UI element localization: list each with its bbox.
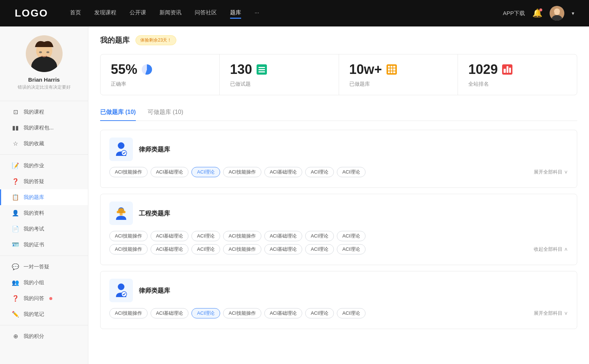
nav-question-bank[interactable]: 题库 (230, 8, 241, 19)
lawyer-icon-wrap (109, 138, 133, 161)
qa-icon: ❓ (12, 178, 19, 185)
bank-tag[interactable]: ACI理论 (305, 308, 334, 318)
sidebar-divider-top (0, 101, 88, 101)
sidebar-item-exam[interactable]: 📄 我的考试 (0, 221, 88, 237)
bank-tags-row-2b: ACI技能操作 ACI基础理论 ACI理论 ACI技能操作 ACI基础理论 AC… (109, 244, 568, 254)
bank-tag[interactable]: ACI技能操作 (223, 167, 261, 177)
question-bank-icon: 📋 (12, 194, 19, 201)
sidebar-item-my-data[interactable]: 👤 我的资料 (0, 205, 88, 221)
bank-tag[interactable]: ACI理论 (191, 244, 220, 254)
bank-tag[interactable]: ACI基础理论 (264, 231, 303, 241)
stat-questions-top: 130 (230, 62, 328, 77)
sidebar-item-points[interactable]: ⊕ 我的积分 (0, 328, 88, 344)
sidebar-item-group[interactable]: 👥 我的小组 (0, 275, 88, 290)
avatar[interactable] (550, 6, 564, 21)
collapse-button-2[interactable]: 收起全部科目 ∧ (534, 246, 568, 253)
navigation: LOGO 首页 发现课程 公开课 新闻资讯 问答社区 题库 ··· APP下载 … (0, 0, 589, 26)
data-icon: 👤 (12, 210, 19, 217)
bank-tags-row-3: ACI技能操作 ACI基础理论 ACI理论 ACI技能操作 ACI基础理论 AC… (109, 308, 568, 318)
bank-tag[interactable]: ACI技能操作 (223, 244, 261, 254)
layout: Brian Harris 错误的决定比没有决定要好 ⊡ 我的课程 ▮▮ 我的课程… (0, 26, 589, 364)
app-download-button[interactable]: APP下载 (503, 10, 525, 17)
bank-tag-selected[interactable]: ACI理论 (191, 167, 220, 177)
unread-dot (49, 297, 52, 300)
bank-tag[interactable]: ACI理论 (305, 231, 334, 241)
points-icon: ⊕ (12, 333, 19, 340)
bank-tag[interactable]: ACI理论 (337, 167, 366, 177)
grid-cell (393, 71, 395, 73)
bank-tag[interactable]: ACI技能操作 (223, 231, 261, 241)
user-menu-chevron[interactable]: ▾ (572, 10, 574, 16)
bank-tags-row-2a: ACI技能操作 ACI基础理论 ACI理论 ACI技能操作 ACI基础理论 AC… (109, 231, 568, 241)
bank-tag[interactable]: ACI理论 (337, 308, 366, 318)
tab-done[interactable]: 已做题库 (10) (100, 106, 136, 121)
stat-ranking-top: 1029 (468, 62, 567, 77)
bar-1 (504, 69, 505, 73)
sidebar-item-homework[interactable]: 📝 我的作业 (0, 158, 88, 174)
bank-tag[interactable]: ACI技能操作 (109, 167, 148, 177)
sidebar: Brian Harris 错误的决定比没有决定要好 ⊡ 我的课程 ▮▮ 我的课程… (0, 26, 88, 364)
svg-point-14 (118, 283, 124, 290)
sidebar-item-favorites[interactable]: ☆ 我的收藏 (0, 136, 88, 151)
bank-tag[interactable]: ACI理论 (305, 244, 334, 254)
group-icon: 👥 (12, 279, 19, 286)
accuracy-number: 55% (111, 62, 137, 77)
bank-tag[interactable]: ACI理论 (337, 231, 366, 241)
nav-qa[interactable]: 问答社区 (195, 8, 217, 19)
stat-banks-top: 10w+ (349, 62, 448, 77)
sidebar-item-certificate[interactable]: 🪪 我的证书 (0, 237, 88, 253)
nav-discover[interactable]: 发现课程 (94, 8, 116, 19)
sidebar-item-tutoring[interactable]: 💬 一对一答疑 (0, 259, 88, 275)
bank-tag-selected[interactable]: ACI理论 (191, 308, 220, 318)
exam-icon: 📄 (12, 225, 19, 232)
bank-tag[interactable]: ACI基础理论 (151, 167, 189, 177)
bank-header-3: 律师类题库 (109, 279, 568, 302)
bank-header-2: 工程类题库 (109, 201, 568, 225)
sidebar-divider-1 (0, 154, 88, 155)
bank-tag[interactable]: ACI基础理论 (151, 244, 189, 254)
bank-tag[interactable]: ACI基础理论 (264, 308, 303, 318)
bank-item-engineer: 工程类题库 ACI技能操作 ACI基础理论 ACI理论 ACI技能操作 ACI基… (100, 194, 577, 265)
stat-questions-done: 130 已做试题 (220, 54, 339, 95)
tab-available[interactable]: 可做题库 (10) (148, 106, 183, 121)
trial-badge: 体验剩余23天！ (135, 35, 176, 45)
bank-tag[interactable]: ACI技能操作 (109, 231, 148, 241)
bank-tag[interactable]: ACI技能操作 (109, 308, 148, 318)
sidebar-item-my-qa[interactable]: ❓ 我的问答 (0, 290, 88, 306)
notification-bell[interactable]: 🔔 (532, 8, 542, 18)
bank-tag[interactable]: ACI理论 (305, 167, 334, 177)
engineer-icon-wrap (109, 201, 133, 225)
bank-tag[interactable]: ACI基础理论 (151, 308, 189, 318)
nav-news[interactable]: 新闻资讯 (159, 8, 181, 19)
nav-home[interactable]: 首页 (70, 8, 81, 19)
lawyer-svg-icon (113, 141, 129, 157)
grid-cell (393, 66, 395, 68)
notes-icon: ✏️ (12, 311, 19, 318)
bank-tag[interactable]: ACI技能操作 (223, 308, 261, 318)
bank-tabs: 已做题库 (10) 可做题库 (10) (100, 106, 577, 121)
bank-tag[interactable]: ACI基础理论 (151, 231, 189, 241)
nav-open-course[interactable]: 公开课 (130, 8, 146, 19)
sidebar-divider-3 (0, 325, 88, 325)
grid-cell (391, 66, 392, 68)
bar-2 (507, 66, 508, 73)
expand-button-1[interactable]: 展开全部科目 ∨ (534, 169, 568, 175)
bank-tag[interactable]: ACI技能操作 (109, 244, 148, 254)
sidebar-item-course-package[interactable]: ▮▮ 我的课程包... (0, 120, 88, 136)
sidebar-motto: 错误的决定比没有决定要好 (0, 84, 88, 90)
stat-banks-done: 10w+ 已做题库 (339, 54, 458, 95)
list-line-2 (258, 69, 265, 70)
bank-tag[interactable]: ACI基础理论 (264, 244, 303, 254)
bank-tag[interactable]: ACI基础理论 (264, 167, 303, 177)
bank-tag[interactable]: ACI理论 (337, 244, 366, 254)
avatar-image (550, 6, 564, 21)
sidebar-item-question-bank[interactable]: 📋 我的题库 (0, 189, 88, 205)
nav-more[interactable]: ··· (254, 8, 259, 19)
expand-button-3[interactable]: 展开全部科目 ∨ (534, 310, 568, 317)
sidebar-item-my-course[interactable]: ⊡ 我的课程 (0, 104, 88, 120)
banks-label: 已做题库 (349, 81, 448, 88)
bar-3 (509, 68, 511, 73)
sidebar-item-qa-my[interactable]: ❓ 我的答疑 (0, 174, 88, 189)
sidebar-item-notes[interactable]: ✏️ 我的笔记 (0, 306, 88, 322)
bank-tag[interactable]: ACI理论 (191, 231, 220, 241)
